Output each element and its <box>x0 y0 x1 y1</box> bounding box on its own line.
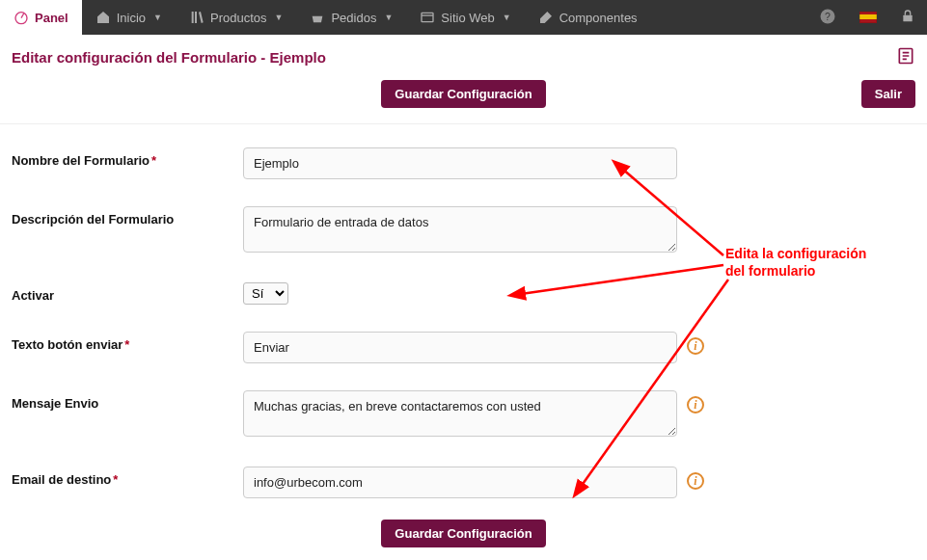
home-icon <box>95 10 111 25</box>
help-button[interactable]: ? <box>807 0 848 35</box>
nav-label: Sitio Web <box>441 11 494 25</box>
nav-label: Panel <box>35 11 68 25</box>
input-dest-email[interactable] <box>243 467 677 498</box>
chevron-down-icon: ▼ <box>503 13 511 22</box>
form-icon <box>896 46 915 68</box>
lock-button[interactable] <box>888 0 927 35</box>
row-dest-email: Email de destino* i <box>12 453 915 512</box>
label-form-name: Nombre del Formulario* <box>12 147 243 168</box>
label-dest-email: Email de destino* <box>12 467 243 487</box>
label-send-msg: Mensaje Envio <box>12 390 243 411</box>
label-submit-text: Texto botón enviar* <box>12 332 243 352</box>
row-activar: Activar Sí No <box>12 269 915 318</box>
input-form-name[interactable] <box>243 147 677 179</box>
svg-rect-1 <box>422 13 433 21</box>
nav-label: Productos <box>210 11 267 25</box>
chevron-down-icon: ▼ <box>153 13 162 22</box>
info-icon[interactable]: i <box>687 472 704 490</box>
exit-button[interactable]: Salir <box>861 80 915 108</box>
action-bar-bottom: Guardar Configuración <box>0 516 927 559</box>
form-area: Nombre del Formulario* Descripción del F… <box>0 124 927 516</box>
textarea-send-msg[interactable]: Muchas gracias, en breve contactaremos c… <box>243 390 677 437</box>
nav-inicio[interactable]: Inicio ▼ <box>82 0 176 35</box>
svg-rect-4 <box>903 14 912 21</box>
chevron-down-icon: ▼ <box>275 13 284 22</box>
language-button[interactable] <box>848 0 888 35</box>
nav-pedidos[interactable]: Pedidos ▼ <box>296 0 406 35</box>
label-form-desc: Descripción del Formulario <box>12 206 243 227</box>
window-icon <box>420 10 435 25</box>
info-icon[interactable]: i <box>687 337 704 355</box>
nav-label: Pedidos <box>331 11 376 25</box>
input-submit-text[interactable] <box>243 332 677 363</box>
select-activar[interactable]: Sí No <box>243 282 288 305</box>
page-title: Editar configuración del Formulario - Ej… <box>12 49 326 66</box>
nav-label: Inicio <box>117 11 146 25</box>
textarea-form-desc[interactable]: Formulario de entrada de datos <box>243 206 677 253</box>
row-form-desc: Descripción del Formulario Formulario de… <box>12 193 915 269</box>
row-submit-text: Texto botón enviar* i <box>12 318 915 377</box>
nav-panel[interactable]: Panel <box>0 0 82 35</box>
nav-productos[interactable]: Productos ▼ <box>176 0 296 35</box>
lock-icon <box>900 9 915 27</box>
save-button-top[interactable]: Guardar Configuración <box>381 80 545 108</box>
navbar-spacer <box>651 0 807 35</box>
tools-icon <box>538 10 554 25</box>
page-header: Editar configuración del Formulario - Ej… <box>0 35 927 72</box>
svg-text:?: ? <box>825 10 831 21</box>
nav-componentes[interactable]: Componentes <box>525 0 651 35</box>
chevron-down-icon: ▼ <box>384 13 393 22</box>
save-button-bottom[interactable]: Guardar Configuración <box>381 520 545 547</box>
label-activar: Activar <box>12 282 243 303</box>
basket-icon <box>310 10 325 25</box>
books-icon <box>189 10 204 25</box>
row-send-msg: Mensaje Envio Muchas gracias, en breve c… <box>12 377 915 453</box>
info-icon[interactable]: i <box>687 396 704 413</box>
svg-point-0 <box>15 13 27 24</box>
row-form-name: Nombre del Formulario* <box>12 134 915 193</box>
help-icon: ? <box>819 8 836 28</box>
flag-es-icon <box>859 12 877 23</box>
nav-label: Componentes <box>559 11 638 25</box>
gauge-icon <box>14 10 29 25</box>
action-bar-top: Guardar Configuración Salir <box>0 72 927 124</box>
top-navbar: Panel Inicio ▼ Productos ▼ Pedidos ▼ Sit… <box>0 0 927 35</box>
nav-sitio-web[interactable]: Sitio Web ▼ <box>406 0 524 35</box>
